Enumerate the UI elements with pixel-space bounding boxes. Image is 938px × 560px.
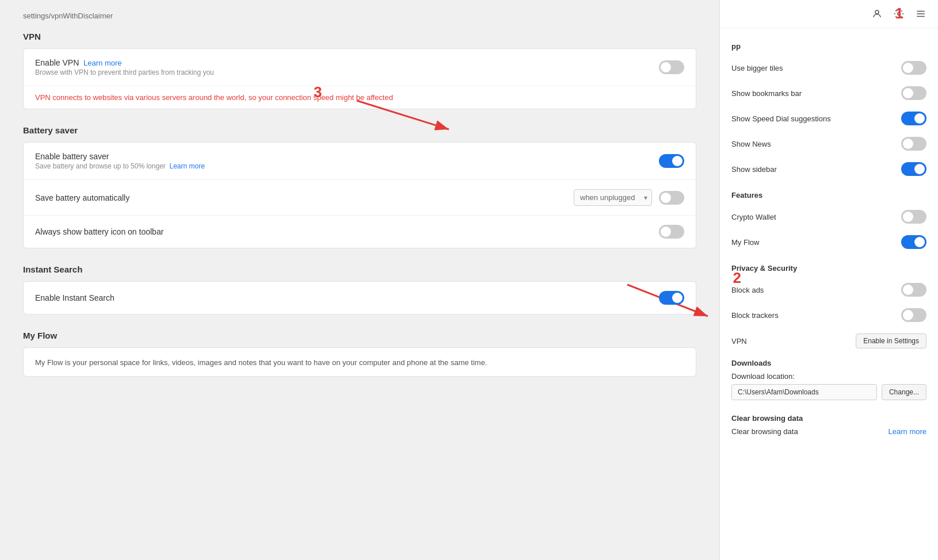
my-flow-description: My Flow is your personal space for links… — [35, 358, 487, 367]
crypto-wallet-action — [901, 210, 926, 224]
bigger-tiles-toggle[interactable] — [901, 61, 926, 75]
bigger-tiles-slider — [901, 61, 926, 75]
bigger-tiles-label: Use bigger tiles — [731, 64, 783, 72]
vpn-section: VPN Enable VPN Learn more Browse with VP… — [23, 32, 696, 109]
battery-auto-row: Save battery automatically when unplugge… — [24, 180, 696, 216]
downloads-section: Downloads Download location: Change... — [720, 354, 938, 409]
bigger-tiles-row: Use bigger tiles — [720, 55, 938, 80]
settings-icon-btn[interactable] — [891, 6, 907, 22]
my-flow-toggle-action — [901, 235, 926, 249]
bookmarks-bar-row: Show bookmarks bar — [720, 80, 938, 106]
features-section-label: Features — [720, 182, 938, 204]
block-trackers-label: Block trackers — [731, 311, 779, 320]
vpn-card: Enable VPN Learn more Browse with VPN to… — [23, 48, 696, 109]
show-news-slider — [901, 137, 926, 151]
clear-learn-more-link[interactable]: Learn more — [889, 427, 926, 436]
show-sidebar-action — [901, 162, 926, 176]
battery-auto-slider — [659, 191, 684, 205]
vpn-warning-row: VPN connects to websites via various ser… — [24, 86, 696, 109]
my-flow-title: My Flow — [23, 331, 696, 340]
show-sidebar-row: Show sidebar — [720, 156, 938, 182]
speed-dial-row: Show Speed Dial suggestions — [720, 106, 938, 131]
clear-row: Clear browsing data Learn more — [731, 427, 926, 436]
change-location-btn[interactable]: Change... — [882, 384, 926, 400]
battery-saver-title: Battery saver — [23, 125, 696, 135]
show-news-toggle[interactable] — [901, 137, 926, 151]
vpn-section-title: VPN — [23, 32, 696, 41]
battery-desc-text: Save battery and browse up to 50% longer — [35, 162, 166, 170]
right-settings-list: pp Use bigger tiles Show bookmarks bar — [720, 28, 938, 450]
vpn-learn-more-link[interactable]: Learn more — [83, 59, 121, 67]
page-wrapper: 1 3 2 settings/vpnWithDisclaimer VPN — [0, 0, 938, 560]
instant-search-row: Enable Instant Search — [24, 282, 696, 314]
right-panel-header — [720, 0, 938, 28]
battery-toggle-slider — [659, 154, 684, 168]
battery-enable-row: Enable battery saver Save battery and br… — [24, 143, 696, 180]
block-ads-label: Block ads — [731, 286, 764, 294]
bookmarks-bar-action — [901, 86, 926, 100]
main-panel: settings/vpnWithDisclaimer VPN Enable VP… — [0, 0, 719, 560]
show-news-action — [901, 137, 926, 151]
crypto-wallet-row: Crypto Wallet — [720, 204, 938, 229]
battery-dropdown-wrapper[interactable]: when unplugged — [574, 189, 652, 206]
block-ads-row: Block ads — [720, 277, 938, 302]
battery-auto-dropdown[interactable]: when unplugged — [574, 189, 652, 206]
crypto-wallet-label: Crypto Wallet — [731, 213, 776, 221]
battery-saver-card: Enable battery saver Save battery and br… — [23, 142, 696, 248]
vpn-toggle[interactable] — [659, 60, 684, 74]
battery-learn-more-link[interactable]: Learn more — [169, 162, 204, 170]
user-icon-btn[interactable] — [869, 6, 885, 22]
battery-toolbar-text: Always show battery icon on toolbar — [35, 227, 163, 236]
my-flow-row: My Flow is your personal space for links… — [24, 348, 696, 376]
user-icon — [872, 9, 882, 19]
block-trackers-action — [901, 308, 926, 322]
privacy-section-label: Privacy & Security — [720, 255, 938, 277]
instant-search-slider — [659, 291, 684, 305]
vpn-label-text: Enable VPN — [35, 58, 79, 67]
bigger-tiles-action — [901, 61, 926, 75]
battery-toolbar-toggle[interactable] — [659, 225, 684, 239]
download-path-input[interactable] — [731, 384, 877, 400]
downloads-label: Downloads — [731, 359, 926, 367]
vpn-enable-row: Enable VPN Learn more Browse with VPN to… — [24, 49, 696, 86]
instant-search-section: Instant Search Enable Instant Search — [23, 264, 696, 314]
battery-auto-label: Save battery automatically — [35, 193, 129, 202]
battery-toolbar-slider — [659, 225, 684, 239]
breadcrumb: settings/vpnWithDisclaimer — [23, 11, 696, 20]
instant-search-text: Enable Instant Search — [35, 293, 115, 302]
my-flow-toggle[interactable] — [901, 235, 926, 249]
vpn-enable-label: Enable VPN Learn more — [35, 58, 214, 67]
clear-browsing-section: Clear browsing data Clear browsing data … — [720, 409, 938, 445]
menu-icon-btn[interactable] — [913, 6, 929, 22]
my-flow-slider — [901, 235, 926, 249]
battery-enable-text: Enable battery saver Save battery and br… — [35, 152, 205, 170]
my-flow-toggle-label: My Flow — [731, 238, 759, 247]
block-ads-toggle[interactable] — [901, 283, 926, 297]
crypto-wallet-slider — [901, 210, 926, 224]
bookmarks-bar-slider — [901, 86, 926, 100]
show-sidebar-slider — [901, 162, 926, 176]
battery-description: Save battery and browse up to 50% longer… — [35, 162, 205, 170]
appearance-section-label: pp — [720, 33, 938, 55]
instant-search-label: Enable Instant Search — [35, 293, 115, 302]
block-trackers-row: Block trackers — [720, 302, 938, 328]
vpn-enable-text: Enable VPN Learn more Browse with VPN to… — [35, 58, 214, 76]
instant-search-toggle[interactable] — [659, 291, 684, 305]
battery-auto-toggle[interactable] — [659, 191, 684, 205]
menu-icon — [916, 9, 926, 19]
battery-enable-toggle[interactable] — [659, 154, 684, 168]
block-trackers-toggle[interactable] — [901, 308, 926, 322]
show-sidebar-toggle[interactable] — [901, 162, 926, 176]
battery-saver-section: Battery saver Enable battery saver Save … — [23, 125, 696, 248]
my-flow-card: My Flow is your personal space for links… — [23, 347, 696, 377]
vpn-toggle-slider — [659, 60, 684, 74]
crypto-wallet-toggle[interactable] — [901, 210, 926, 224]
block-trackers-slider — [901, 308, 926, 322]
vpn-right-label: VPN — [731, 337, 747, 346]
vpn-enable-settings-btn[interactable]: Enable in Settings — [856, 333, 926, 348]
speed-dial-toggle[interactable] — [901, 112, 926, 125]
bookmarks-bar-toggle[interactable] — [901, 86, 926, 100]
instant-search-card: Enable Instant Search — [23, 281, 696, 314]
vpn-description: Browse with VPN to prevent third parties… — [35, 68, 214, 76]
battery-toolbar-row: Always show battery icon on toolbar — [24, 216, 696, 248]
